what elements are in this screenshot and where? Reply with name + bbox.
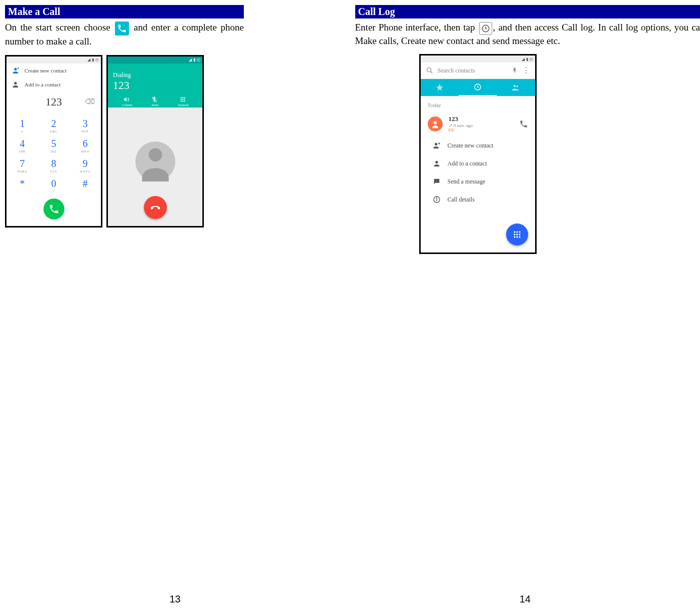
- body-text-call-log: Enter Phone interface, then tap , and th…: [355, 22, 700, 47]
- page-number-left: 13: [169, 594, 180, 605]
- svg-point-19: [433, 121, 437, 124]
- section-header-call-log: Call Log: [355, 5, 700, 18]
- add-contact-row[interactable]: Add to a contact: [6, 78, 101, 92]
- action-create-contact[interactable]: Create new contact: [421, 136, 535, 154]
- svg-point-10: [182, 100, 183, 102]
- log-entry[interactable]: 123 ↗ 0 min. ago CU: [421, 111, 535, 136]
- key-9[interactable]: 9WXYZ: [69, 154, 101, 174]
- key-5[interactable]: 5JKL: [38, 134, 69, 154]
- svg-point-4: [182, 97, 183, 98]
- tab-recents[interactable]: [459, 79, 497, 96]
- svg-point-8: [184, 99, 185, 100]
- svg-point-18: [516, 86, 518, 88]
- log-time: ↗ 0 min. ago: [449, 123, 513, 128]
- svg-point-14: [427, 68, 431, 72]
- person-add-icon: [433, 142, 441, 150]
- svg-point-20: [435, 143, 437, 146]
- svg-point-32: [516, 236, 518, 238]
- message-icon: [433, 178, 441, 186]
- status-bar: ◢▮◴: [421, 56, 535, 62]
- mute-icon[interactable]: mute: [150, 96, 160, 106]
- svg-point-28: [514, 234, 515, 236]
- body-text-before-r: Enter Phone interface, then tap: [355, 22, 475, 32]
- key-1[interactable]: 1∞: [6, 114, 38, 134]
- action-add-label: Add to a contact: [448, 160, 487, 168]
- key-2[interactable]: 2ABC: [38, 114, 69, 134]
- key-7[interactable]: 7PQRS: [6, 154, 38, 174]
- person-icon: [11, 80, 19, 88]
- svg-point-7: [182, 99, 183, 100]
- action-message-label: Send a message: [448, 178, 486, 186]
- svg-point-30: [519, 234, 520, 236]
- typed-number: 123 ⌫: [6, 92, 101, 112]
- svg-point-5: [184, 97, 185, 98]
- call-back-icon[interactable]: [519, 120, 528, 128]
- today-label: Today: [421, 99, 535, 111]
- tab-contacts[interactable]: [497, 79, 535, 96]
- call-button[interactable]: [43, 198, 64, 220]
- log-carrier: CU: [449, 128, 513, 132]
- mic-icon[interactable]: [511, 67, 518, 74]
- overflow-icon[interactable]: ⋮: [522, 68, 530, 72]
- key-star[interactable]: *: [6, 174, 38, 194]
- end-call-button[interactable]: [144, 196, 167, 219]
- tabs-row: [421, 79, 535, 96]
- svg-point-6: [180, 99, 181, 100]
- dialing-number: 123: [113, 79, 197, 92]
- action-send-message[interactable]: Send a message: [421, 172, 535, 190]
- svg-point-26: [516, 232, 518, 233]
- key-6[interactable]: 6MNO: [69, 134, 101, 154]
- log-number: 123: [449, 115, 513, 123]
- key-8[interactable]: 8TUV: [38, 154, 69, 174]
- create-contact-row[interactable]: Create new contact: [6, 64, 101, 78]
- key-0[interactable]: 0+: [38, 174, 69, 194]
- page-left: Make a Call On the start screen choose a…: [0, 0, 350, 610]
- svg-point-9: [180, 100, 181, 102]
- page-right: Call Log Enter Phone interface, then tap…: [350, 0, 700, 610]
- keypad-icon[interactable]: keypad: [178, 96, 188, 106]
- log-avatar-icon: [428, 116, 443, 132]
- svg-point-0: [14, 68, 16, 70]
- svg-line-15: [431, 72, 432, 73]
- action-add-contact[interactable]: Add to a contact: [421, 154, 535, 172]
- key-3[interactable]: 3DEF: [69, 114, 101, 134]
- key-4[interactable]: 4GHI: [6, 134, 38, 154]
- svg-point-24: [436, 198, 437, 198]
- info-icon: [433, 196, 441, 204]
- action-call-details[interactable]: Call details: [421, 190, 535, 208]
- svg-point-12: [148, 148, 162, 162]
- page-number-right: 14: [520, 594, 531, 605]
- dialing-label: Dialing: [113, 72, 197, 79]
- log-info: 123 ↗ 0 min. ago CU: [449, 115, 513, 132]
- dialing-avatar-area: [108, 108, 202, 226]
- keypad: 1∞ 2ABC 3DEF 4GHI 5JKL 6MNO 7PQRS 8TUV 9…: [6, 114, 101, 194]
- tab-favorites[interactable]: [421, 79, 459, 96]
- calllog-screenshot: ◢▮◴ Search contacts ⋮: [419, 54, 537, 254]
- body-text-make-call: On the start screen choose and enter a c…: [5, 22, 244, 48]
- key-hash[interactable]: #: [69, 174, 101, 194]
- person-icon: [433, 160, 441, 168]
- svg-point-33: [519, 236, 520, 238]
- dialpad-fab[interactable]: [506, 224, 528, 246]
- speaker-icon[interactable]: volume: [122, 96, 132, 106]
- svg-point-31: [514, 236, 515, 238]
- log-body: Today 123 ↗ 0 min. ago CU: [421, 96, 535, 212]
- recents-icon: [479, 22, 492, 35]
- dialer-screenshot: ◢▮◴ Create new contact Add to a contact: [5, 55, 102, 228]
- backspace-icon[interactable]: ⌫: [85, 98, 95, 106]
- typed-number-value: 123: [45, 96, 62, 108]
- search-bar[interactable]: Search contacts ⋮: [421, 62, 535, 79]
- svg-point-21: [435, 161, 438, 164]
- screenshots-row: ◢▮◴ Create new contact Add to a contact: [5, 55, 244, 228]
- action-details-label: Call details: [448, 196, 475, 204]
- search-icon: [426, 66, 434, 74]
- dialing-header: Dialing 123 volume mute: [108, 64, 202, 108]
- svg-point-27: [519, 232, 520, 233]
- person-add-icon: [11, 66, 19, 74]
- status-bar: ◢▮◴: [108, 56, 202, 64]
- action-create-label: Create new contact: [448, 142, 494, 150]
- body-text-before: On the start screen choose: [5, 22, 110, 32]
- svg-point-3: [180, 97, 181, 98]
- status-bar: ◢▮◴: [6, 56, 101, 64]
- svg-point-1: [14, 82, 16, 84]
